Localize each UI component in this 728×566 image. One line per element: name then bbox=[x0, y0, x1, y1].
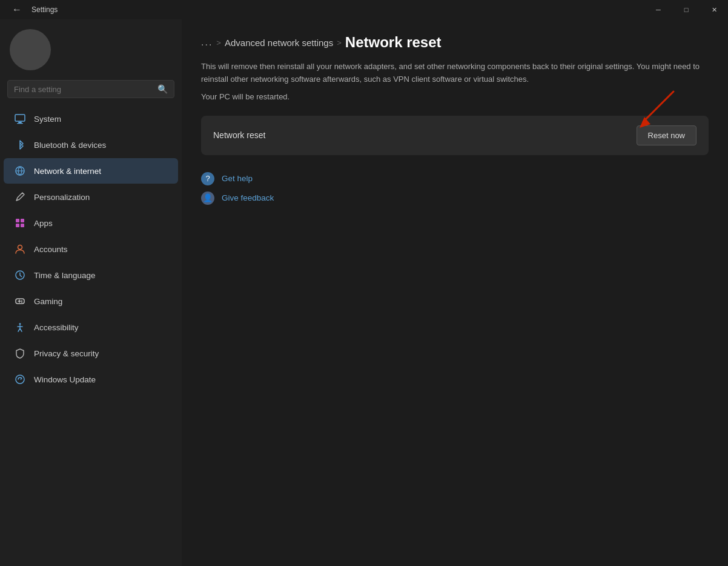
nav-list: System Bluetooth & devices Network & int… bbox=[0, 105, 182, 566]
sidebar-item-time[interactable]: Time & language bbox=[4, 262, 178, 288]
back-button[interactable]: ← bbox=[7, 2, 27, 18]
page-description: This will remove then reinstall all your… bbox=[201, 61, 709, 86]
restart-note: Your PC will be restarted. bbox=[201, 92, 709, 101]
accounts-icon bbox=[13, 242, 27, 256]
svg-rect-7 bbox=[21, 224, 24, 227]
svg-point-12 bbox=[21, 302, 22, 303]
breadcrumb-advanced-link[interactable]: Advanced network settings bbox=[225, 38, 333, 48]
svg-rect-1 bbox=[18, 122, 22, 123]
get-help-link[interactable]: ? Get help bbox=[201, 172, 709, 185]
apps-icon bbox=[13, 216, 27, 230]
breadcrumb-sep2: > bbox=[337, 38, 342, 47]
svg-point-11 bbox=[21, 301, 22, 302]
svg-rect-2 bbox=[17, 123, 23, 124]
sidebar-item-privacy[interactable]: Privacy & security bbox=[4, 341, 178, 366]
sidebar-item-network[interactable]: Network & internet bbox=[4, 158, 178, 184]
search-box[interactable]: 🔍 bbox=[7, 80, 174, 98]
get-help-icon: ? bbox=[201, 172, 214, 185]
gaming-icon bbox=[13, 295, 27, 308]
sidebar-item-bluetooth[interactable]: Bluetooth & devices bbox=[4, 132, 178, 158]
network-reset-card: Network reset Reset now bbox=[201, 116, 709, 155]
sidebar-item-accounts[interactable]: Accounts bbox=[4, 236, 178, 262]
update-icon bbox=[13, 373, 27, 386]
breadcrumb: ... > Advanced network settings > Networ… bbox=[201, 34, 709, 51]
sidebar-item-network-label: Network & internet bbox=[34, 167, 101, 176]
sidebar-item-update-label: Windows Update bbox=[34, 375, 96, 384]
breadcrumb-sep1: > bbox=[216, 38, 221, 47]
sidebar-item-personalization[interactable]: Personalization bbox=[4, 184, 178, 210]
network-reset-label: Network reset bbox=[213, 130, 265, 140]
sidebar-item-apps[interactable]: Apps bbox=[4, 210, 178, 236]
sidebar-item-gaming-label: Gaming bbox=[34, 297, 62, 306]
give-feedback-icon: 👤 bbox=[201, 191, 214, 205]
avatar bbox=[10, 29, 51, 70]
maximize-button[interactable]: □ bbox=[672, 0, 700, 19]
page-title: Network reset bbox=[345, 34, 442, 51]
svg-rect-0 bbox=[15, 115, 25, 121]
help-links: ? Get help 👤 Give feedback bbox=[201, 172, 709, 205]
search-input[interactable] bbox=[14, 85, 157, 94]
get-help-label: Get help bbox=[222, 174, 253, 183]
sidebar-item-accessibility[interactable]: Accessibility bbox=[4, 315, 178, 340]
sidebar-item-personalization-label: Personalization bbox=[34, 193, 90, 202]
sidebar-item-system[interactable]: System bbox=[4, 106, 178, 132]
bluetooth-icon bbox=[13, 138, 27, 151]
reset-now-button[interactable]: Reset now bbox=[637, 125, 697, 145]
sidebar-item-gaming[interactable]: Gaming bbox=[4, 288, 178, 314]
system-icon bbox=[13, 112, 27, 125]
sidebar-item-update[interactable]: Windows Update bbox=[4, 367, 178, 392]
sidebar: 🔍 System Bluetooth & devices Network & i… bbox=[0, 19, 182, 566]
svg-point-13 bbox=[19, 323, 21, 325]
svg-rect-6 bbox=[16, 224, 19, 227]
sidebar-item-system-label: System bbox=[34, 115, 61, 124]
sidebar-item-accessibility-label: Accessibility bbox=[34, 323, 79, 332]
give-feedback-link[interactable]: 👤 Give feedback bbox=[201, 191, 709, 205]
sidebar-item-time-label: Time & language bbox=[34, 271, 96, 280]
personalization-icon bbox=[13, 190, 27, 204]
app-title: Settings bbox=[31, 5, 58, 14]
sidebar-item-bluetooth-label: Bluetooth & devices bbox=[34, 141, 106, 150]
minimize-button[interactable]: ─ bbox=[644, 0, 672, 19]
shield-icon bbox=[13, 347, 27, 360]
app-container: 🔍 System Bluetooth & devices Network & i… bbox=[0, 19, 728, 566]
breadcrumb-dots: ... bbox=[201, 37, 213, 48]
network-icon bbox=[13, 164, 27, 178]
sidebar-item-privacy-label: Privacy & security bbox=[34, 349, 99, 358]
close-button[interactable]: ✕ bbox=[700, 0, 728, 19]
sidebar-item-accounts-label: Accounts bbox=[34, 245, 68, 254]
accessibility-icon bbox=[13, 321, 27, 334]
time-icon bbox=[13, 268, 27, 282]
sidebar-item-apps-label: Apps bbox=[34, 219, 53, 228]
svg-point-14 bbox=[16, 375, 24, 384]
give-feedback-label: Give feedback bbox=[222, 193, 274, 202]
window-controls: ─ □ ✕ bbox=[644, 0, 728, 19]
svg-rect-4 bbox=[16, 219, 19, 222]
titlebar: ← Settings ─ □ ✕ bbox=[0, 0, 728, 19]
svg-rect-5 bbox=[21, 219, 24, 222]
svg-point-8 bbox=[18, 245, 22, 250]
main-content: ... > Advanced network settings > Networ… bbox=[182, 19, 728, 566]
search-icon: 🔍 bbox=[157, 84, 168, 94]
